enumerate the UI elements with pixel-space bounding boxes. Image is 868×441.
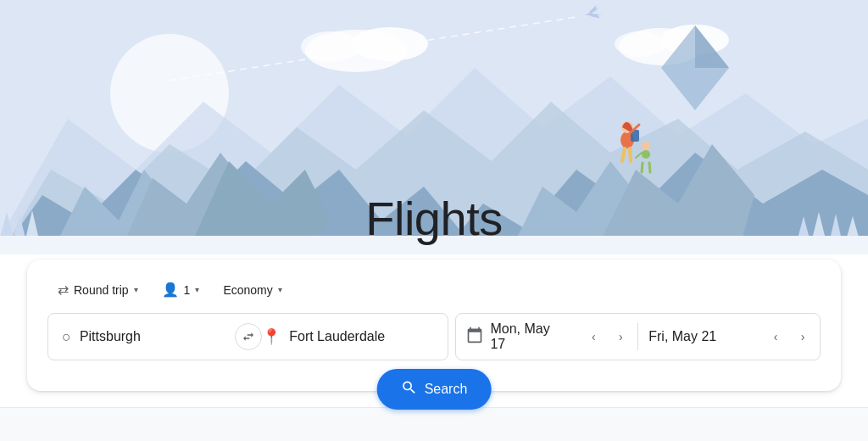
origin-field[interactable]: ○ <box>48 314 248 360</box>
passengers-label: 1 <box>184 283 191 297</box>
destination-icon: 📍 <box>262 327 281 346</box>
depart-prev-button[interactable]: ‹ <box>580 323 607 350</box>
cabin-class-button[interactable]: Economy ▾ <box>213 278 292 302</box>
svg-point-3 <box>352 27 428 61</box>
passengers-chevron: ▾ <box>195 285 199 294</box>
depart-date-nav: ‹ › <box>576 323 637 350</box>
hero-illustration: Flights <box>0 0 868 254</box>
search-container: ⇄ Round trip ▾ 👤 1 ▾ Economy ▾ ○ <box>27 260 841 391</box>
passengers-button[interactable]: 👤 1 ▾ <box>152 276 210 303</box>
depart-next-button[interactable]: › <box>607 323 634 350</box>
svg-point-32 <box>642 150 650 159</box>
destination-field[interactable]: 📍 <box>248 314 448 360</box>
swap-icon: ⇄ <box>58 282 69 298</box>
bottom-bar <box>0 407 868 441</box>
svg-point-7 <box>615 31 665 57</box>
search-button-label: Search <box>425 382 468 397</box>
svg-line-35 <box>649 163 650 172</box>
swap-button[interactable] <box>235 323 262 350</box>
date-wrapper: Mon, May 17 ‹ › Fri, May 21 ‹ › <box>455 313 821 360</box>
svg-line-31 <box>630 148 631 161</box>
depart-date-label: Mon, May 17 <box>490 321 566 352</box>
return-prev-button[interactable]: ‹ <box>762 323 789 350</box>
svg-point-33 <box>642 142 650 150</box>
return-date-field[interactable]: Fri, May 21 <box>638 314 759 360</box>
origin-icon: ○ <box>62 328 71 346</box>
svg-line-34 <box>642 163 643 172</box>
origin-dest-wrapper: ○ 📍 <box>47 313 448 360</box>
search-button[interactable]: Search <box>377 369 492 410</box>
search-icon <box>401 379 418 399</box>
svg-point-4 <box>301 31 360 62</box>
page-title: Flights <box>365 191 502 246</box>
return-date-label: Fri, May 21 <box>648 329 716 344</box>
cabin-class-chevron: ▾ <box>278 285 282 294</box>
trip-type-button[interactable]: ⇄ Round trip ▾ <box>47 276 148 303</box>
trip-type-chevron: ▾ <box>134 285 138 294</box>
return-date-nav: ‹ › <box>759 323 820 350</box>
trip-type-label: Round trip <box>74 283 129 297</box>
return-next-button[interactable]: › <box>789 323 816 350</box>
depart-date-field[interactable]: Mon, May 17 <box>456 314 576 360</box>
search-btn-wrapper: Search <box>377 369 492 410</box>
person-icon: 👤 <box>162 282 179 298</box>
destination-input[interactable] <box>289 329 434 344</box>
search-fields-row: ○ 📍 <box>47 313 821 360</box>
cabin-class-label: Economy <box>223 283 272 297</box>
origin-input[interactable] <box>80 329 234 344</box>
search-options-row: ⇄ Round trip ▾ 👤 1 ▾ Economy ▾ <box>47 276 821 303</box>
calendar-icon <box>466 327 483 348</box>
